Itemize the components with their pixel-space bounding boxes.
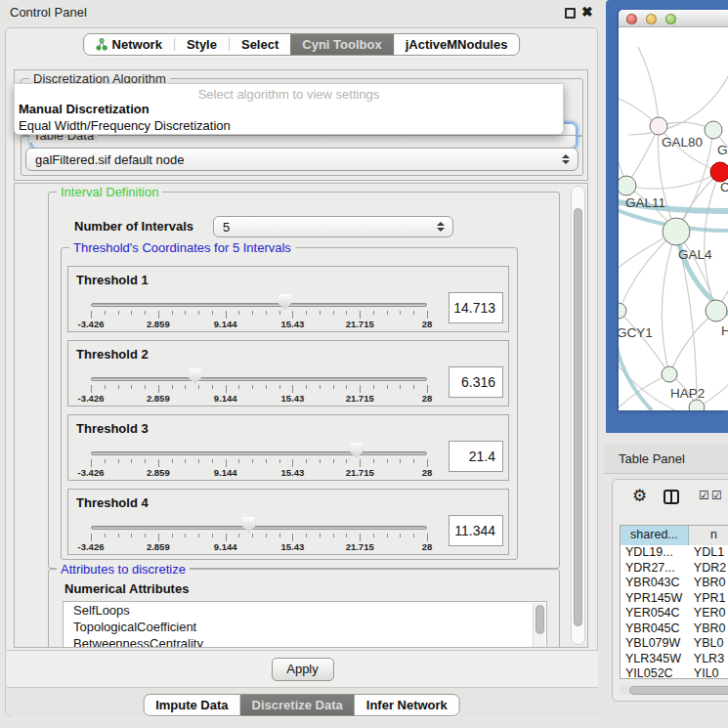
slider-track[interactable] bbox=[91, 377, 427, 381]
bottom-tab-discretize-data[interactable]: Discretize Data bbox=[240, 695, 355, 715]
node-attribute-table: shared...n YDL19...YDL1YDR27...YDR2YBR04… bbox=[620, 525, 728, 679]
table-row[interactable]: YLR345WYLR3 bbox=[621, 652, 728, 667]
threshold-value-input[interactable] bbox=[449, 292, 503, 323]
threshold-label: Threshold 3 bbox=[76, 421, 149, 436]
table-row[interactable]: YIL052CYIL0 bbox=[621, 666, 728, 679]
network-node[interactable] bbox=[662, 366, 677, 382]
control-panel-titlebar: Control Panel ✖ bbox=[0, 0, 604, 25]
table-cell: YBR043C bbox=[621, 576, 689, 591]
mac-zoom-button[interactable] bbox=[665, 14, 676, 24]
table-scrollbar-thumb[interactable] bbox=[629, 686, 728, 695]
threshold-label: Threshold 1 bbox=[76, 273, 149, 287]
numerical-attributes-label: Numerical Attributes bbox=[64, 581, 189, 596]
table-row[interactable]: YDR27...YDR2 bbox=[621, 561, 728, 577]
checkbox-icon[interactable]: ☑ bbox=[699, 490, 709, 501]
table-cell: YIL052C bbox=[621, 666, 689, 679]
settings-scrollbar-thumb[interactable] bbox=[574, 208, 582, 626]
slider-thumb[interactable] bbox=[350, 443, 363, 458]
slider-track[interactable] bbox=[91, 526, 427, 530]
gear-icon[interactable]: ⚙ bbox=[632, 488, 647, 504]
tab-label: Discretize Data bbox=[252, 698, 343, 712]
network-node[interactable] bbox=[650, 117, 667, 135]
network-node-label: C bbox=[720, 180, 728, 194]
threshold-box: Threshold 2-3.4262.8599.14415.4321.71528 bbox=[67, 340, 509, 407]
table-header-row: shared...n bbox=[621, 526, 728, 545]
network-edge bbox=[662, 232, 676, 374]
threshold-value-input[interactable] bbox=[449, 515, 503, 546]
table-row[interactable]: YBL079WYBL0 bbox=[621, 636, 728, 652]
combo-arrows-icon bbox=[437, 222, 445, 232]
table-panel-title: Table Panel bbox=[619, 451, 685, 466]
threshold-value-input[interactable] bbox=[449, 366, 503, 398]
network-graph: GAL80GACGAL11GAL4GCY1HHAP2 bbox=[619, 27, 728, 410]
network-node[interactable] bbox=[689, 400, 705, 410]
combo-arrows-icon bbox=[562, 154, 570, 164]
close-panel-icon[interactable]: ✖ bbox=[581, 4, 593, 20]
table-cell: YLR3 bbox=[689, 652, 728, 667]
number-of-intervals-combo[interactable]: 5 bbox=[213, 216, 453, 237]
slider-track[interactable] bbox=[91, 303, 427, 307]
settings-vertical-scrollbar[interactable] bbox=[571, 186, 585, 645]
attribute-list-item[interactable]: SelfLoops bbox=[64, 602, 546, 619]
tab-network[interactable]: Network bbox=[84, 34, 174, 55]
tab-style[interactable]: Style bbox=[175, 34, 229, 55]
table-row[interactable]: YBR043CYBR0 bbox=[621, 576, 728, 591]
table-row[interactable]: YDL19...YDL1 bbox=[621, 545, 728, 561]
table-row[interactable]: YBR045CYBR0 bbox=[621, 621, 728, 637]
table-horizontal-scrollbar[interactable] bbox=[620, 685, 728, 695]
algorithm-popup-item[interactable]: Manual Discretization bbox=[15, 101, 563, 117]
bottom-tab-infer-network[interactable]: Infer Network bbox=[355, 695, 459, 715]
network-edge bbox=[619, 374, 669, 410]
network-node[interactable] bbox=[710, 162, 728, 182]
slider-thumb[interactable] bbox=[278, 294, 291, 310]
attributes-scrollbar[interactable] bbox=[533, 603, 545, 648]
table-column-header[interactable]: n bbox=[689, 526, 728, 545]
network-window: GAL80GACGAL11GAL4GCY1HHAP2 bbox=[619, 10, 728, 410]
slider-track[interactable] bbox=[91, 451, 427, 455]
network-node-label: GA bbox=[717, 143, 728, 157]
slider-thumb[interactable] bbox=[242, 517, 255, 533]
threshold-value-input[interactable] bbox=[449, 441, 503, 472]
table-data-combo[interactable]: galFiltered.sif default node bbox=[25, 148, 578, 171]
table-column-header[interactable]: shared... bbox=[621, 526, 689, 545]
slider-tick-labels: -3.4262.8599.14415.4321.71528 bbox=[91, 467, 427, 479]
thresholds-group: Threshold's Coordinates for 5 Intervals … bbox=[61, 247, 518, 560]
table-cell: YBR0 bbox=[689, 576, 728, 591]
algorithm-popup-prompt: Select algorithm to view settings bbox=[15, 84, 563, 101]
checkbox-icon[interactable]: ☑ bbox=[711, 490, 722, 501]
tab-jactivemnodules[interactable]: jActiveMNodules bbox=[394, 34, 520, 55]
network-edge bbox=[669, 311, 716, 374]
attribute-list-item[interactable]: TopologicalCoefficient bbox=[64, 619, 546, 635]
network-node[interactable] bbox=[706, 300, 727, 321]
network-canvas[interactable]: GAL80GACGAL11GAL4GCY1HHAP2 bbox=[619, 27, 728, 410]
slider-tick-labels: -3.4262.8599.14415.4321.71528 bbox=[91, 393, 427, 405]
table-cell: YBR045C bbox=[621, 621, 689, 637]
network-window-titlebar[interactable] bbox=[619, 10, 728, 27]
algorithm-popup-items: Manual DiscretizationEqual Width/Frequen… bbox=[15, 101, 563, 134]
numerical-attributes-list: SelfLoopsTopologicalCoefficientBetweenne… bbox=[63, 601, 547, 648]
bottom-tab-impute-data[interactable]: Impute Data bbox=[144, 695, 239, 715]
table-panel-body: ⚙ ☑ ☑ shared...n YDL19...YDL1YDR27...YDR… bbox=[612, 479, 728, 702]
table-cell: YLR345W bbox=[621, 652, 689, 667]
table-row[interactable]: YER054CYER0 bbox=[621, 606, 728, 621]
slider-thumb[interactable] bbox=[189, 368, 201, 384]
mac-close-button[interactable] bbox=[626, 14, 637, 24]
tab-select[interactable]: Select bbox=[230, 34, 290, 55]
attribute-list-item[interactable]: BetweennessCentrality bbox=[64, 635, 546, 648]
tab-label: Cyni Toolbox bbox=[302, 37, 381, 52]
mac-minimize-button[interactable] bbox=[646, 14, 657, 24]
threshold-box: Threshold 3-3.4262.8599.14415.4321.71528 bbox=[67, 414, 509, 481]
algorithm-popup-item[interactable]: Equal Width/Frequency Discretization bbox=[15, 117, 563, 134]
network-node[interactable] bbox=[619, 176, 636, 195]
attributes-scrollbar-thumb[interactable] bbox=[535, 605, 544, 634]
network-node[interactable] bbox=[619, 303, 626, 319]
network-node[interactable] bbox=[663, 218, 690, 245]
network-node[interactable] bbox=[705, 121, 722, 139]
table-row[interactable]: YPR145WYPR1 bbox=[621, 591, 728, 607]
threshold-label: Threshold 4 bbox=[76, 495, 149, 510]
table-cell: YBR0 bbox=[689, 621, 728, 637]
columns-icon[interactable] bbox=[664, 490, 679, 504]
apply-button[interactable]: Apply bbox=[272, 658, 334, 681]
float-panel-icon[interactable] bbox=[565, 8, 576, 19]
tab-cyni-toolbox[interactable]: Cyni Toolbox bbox=[290, 34, 393, 55]
